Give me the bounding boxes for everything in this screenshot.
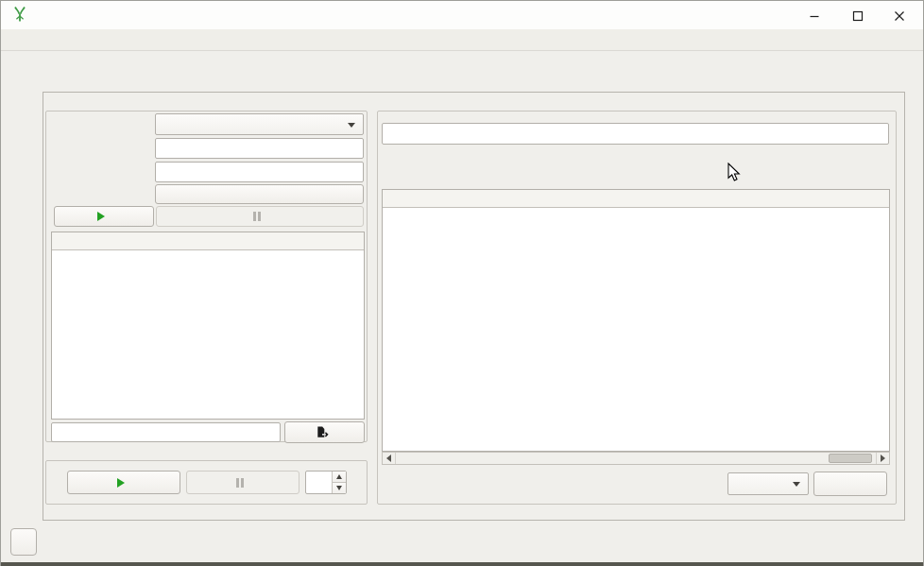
autoprocess-button[interactable]	[54, 206, 154, 227]
search-button[interactable]	[155, 184, 364, 204]
title-bar	[1, 1, 923, 29]
investigation-id-field[interactable]	[156, 140, 363, 159]
window-bottom-edge	[1, 562, 923, 566]
maximize-button[interactable]	[846, 5, 870, 26]
process-runs-table[interactable]	[382, 189, 890, 452]
minimize-button[interactable]	[802, 5, 827, 26]
update-interval-value[interactable]	[306, 472, 332, 493]
scrollbar-thumb[interactable]	[829, 454, 872, 463]
instrument-combobox[interactable]	[155, 113, 364, 135]
scroll-left-button[interactable]	[383, 453, 396, 464]
spinner-up-button[interactable]	[332, 472, 346, 483]
play-icon	[117, 478, 125, 488]
spinner-down-button[interactable]	[332, 483, 346, 494]
update-interval-spinner	[305, 471, 347, 494]
stop-monitor-button[interactable]	[186, 471, 299, 494]
chevron-down-icon	[793, 482, 800, 487]
close-button[interactable]	[887, 5, 912, 26]
chevron-down-icon	[348, 123, 355, 128]
arrow-down-icon	[336, 486, 342, 490]
process-progress-bar	[382, 472, 650, 495]
search-progress-bar	[51, 422, 281, 442]
menu-bar	[1, 29, 923, 51]
arrow-right-icon	[881, 455, 885, 462]
start-monitor-button[interactable]	[67, 471, 180, 494]
process-instrument-combobox[interactable]	[727, 472, 809, 495]
arrow-up-icon	[336, 474, 342, 479]
arrow-left-icon	[386, 455, 391, 462]
pause-icon	[236, 478, 244, 488]
play-icon	[97, 212, 105, 221]
help-button[interactable]	[10, 528, 37, 556]
filter-field-wrap	[382, 123, 889, 145]
minimize-icon	[809, 10, 820, 22]
transfer-icon	[315, 425, 329, 439]
cycle-field-wrap	[155, 162, 364, 182]
cycle-field[interactable]	[156, 163, 363, 182]
process-table-header	[383, 190, 889, 208]
app-window	[0, 0, 924, 566]
filter-input[interactable]	[383, 124, 888, 144]
transfer-button[interactable]	[284, 421, 365, 443]
search-results-table[interactable]	[51, 232, 365, 420]
horizontal-scrollbar[interactable]	[382, 452, 890, 465]
scroll-right-button[interactable]	[876, 453, 889, 464]
investigation-id-field-wrap	[155, 138, 364, 159]
pause-icon	[253, 212, 261, 221]
search-results-header	[52, 232, 364, 250]
mantid-logo-icon	[11, 6, 28, 24]
pause-button[interactable]	[156, 206, 364, 227]
maximize-icon	[852, 10, 864, 22]
close-icon	[894, 10, 905, 22]
process-button[interactable]	[813, 472, 887, 496]
